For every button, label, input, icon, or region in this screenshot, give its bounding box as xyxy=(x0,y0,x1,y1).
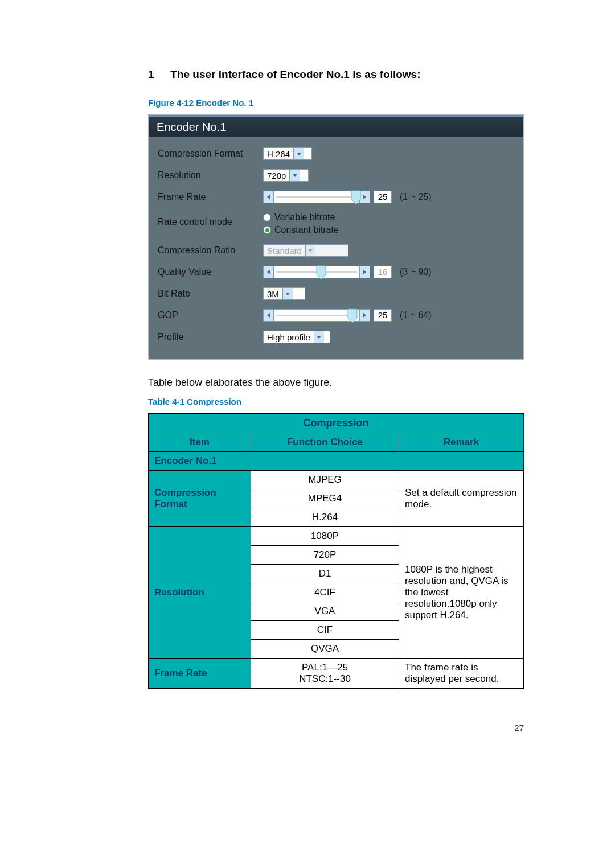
label-compression-format: Compression Format xyxy=(158,149,263,159)
frame-rate-value: 25 xyxy=(374,191,392,203)
select-bit-rate[interactable]: 3M xyxy=(263,287,305,300)
figure-caption: Figure 4-12 Encoder No. 1 xyxy=(148,98,524,108)
row-bit-rate: Bit Rate 3M xyxy=(158,283,514,305)
cf-choice-1: MPEG4 xyxy=(251,489,399,508)
select-compression-ratio-value: Standard xyxy=(264,246,305,256)
label-profile: Profile xyxy=(158,332,263,342)
nudge-right-icon[interactable] xyxy=(359,310,370,321)
res-choice-5: CIF xyxy=(251,621,399,640)
row-quality-value: Quality Value 16 (3 ~ 90) xyxy=(158,261,514,283)
quality-value-value: 16 xyxy=(374,266,392,278)
fr-line1: PAL:1—25 xyxy=(302,662,348,673)
nudge-left-icon[interactable] xyxy=(264,191,274,203)
frame-rate-range: (1 ~ 25) xyxy=(400,192,432,202)
row-frame-rate: Frame Rate 25 (1 ~ 25) xyxy=(158,186,514,208)
cf-choice-0: MJPEG xyxy=(251,471,399,489)
row-rate-mode: Rate control mode Variable bitrate Const… xyxy=(158,208,514,240)
section-encoder1: Encoder No.1 xyxy=(149,452,524,471)
select-profile[interactable]: High profile xyxy=(263,331,330,343)
radio-icon xyxy=(263,213,271,221)
slider-thumb[interactable] xyxy=(316,265,326,280)
select-bit-rate-value: 3M xyxy=(264,289,282,299)
select-profile-value: High profile xyxy=(264,332,314,342)
chevron-down-icon xyxy=(305,245,315,256)
radio-constant-bitrate[interactable]: Constant bitrate xyxy=(263,225,339,235)
select-resolution[interactable]: 720p xyxy=(263,169,309,182)
res-remark: 1080P is the highest resolution and, QVG… xyxy=(399,527,524,659)
slider-quality-value[interactable]: 16 xyxy=(263,266,392,278)
slider-track[interactable] xyxy=(274,310,359,321)
chevron-down-icon xyxy=(314,331,324,343)
radio-variable-label: Variable bitrate xyxy=(274,212,335,223)
section-heading: 1 The user interface of Encoder No.1 is … xyxy=(148,68,524,81)
cf-remark: Set a default compression mode. xyxy=(399,471,524,527)
compression-table: Compression Item Function Choice Remark … xyxy=(148,413,524,689)
quality-value-range: (3 ~ 90) xyxy=(400,267,432,277)
select-resolution-value: 720p xyxy=(264,171,289,180)
row-label-frame-rate: Frame Rate xyxy=(149,659,251,689)
row-compression-ratio: Compression Ratio Standard xyxy=(158,240,514,261)
radio-icon xyxy=(263,226,271,234)
col-item: Item xyxy=(149,433,251,452)
res-choice-1: 720P xyxy=(251,546,399,565)
slider-thumb[interactable] xyxy=(351,190,361,205)
row-gop: GOP 25 (1 ~ 64) xyxy=(158,305,514,326)
slider-thumb[interactable] xyxy=(347,308,358,323)
heading-text: The user interface of Encoder No.1 is as… xyxy=(170,68,417,80)
col-remark: Remark xyxy=(399,433,524,452)
label-quality-value: Quality Value xyxy=(158,267,263,277)
row-resolution: Resolution 720p xyxy=(158,164,514,186)
slider-track[interactable] xyxy=(274,266,359,278)
radio-variable-bitrate[interactable]: Variable bitrate xyxy=(263,212,339,223)
radio-constant-label: Constant bitrate xyxy=(274,225,339,235)
table-title: Compression xyxy=(149,414,524,433)
nudge-left-icon[interactable] xyxy=(264,266,274,278)
res-choice-0: 1080P xyxy=(251,527,399,546)
heading-number: 1 xyxy=(148,68,167,81)
row-compression-format: Compression Format H.264 xyxy=(158,143,514,164)
row-profile: Profile High profile xyxy=(158,326,514,348)
row-label-resolution: Resolution xyxy=(149,527,251,659)
chevron-down-icon xyxy=(293,148,304,159)
fr-choice: PAL:1—25 NTSC:1--30 xyxy=(251,659,399,689)
label-resolution: Resolution xyxy=(158,170,263,180)
col-choice: Function Choice xyxy=(251,433,399,452)
res-choice-3: 4CIF xyxy=(251,583,399,602)
slider-frame-rate[interactable]: 25 xyxy=(263,191,392,203)
page-number: 27 xyxy=(148,723,524,733)
encoder-panel: Encoder No.1 Compression Format H.264 Re… xyxy=(148,114,524,360)
res-choice-4: VGA xyxy=(251,602,399,621)
chevron-down-icon xyxy=(282,288,293,299)
select-compression-format-value: H.264 xyxy=(264,149,293,159)
gop-value: 25 xyxy=(374,309,392,322)
panel-title: Encoder No.1 xyxy=(149,115,523,137)
chevron-down-icon xyxy=(289,170,300,181)
slider-gop[interactable]: 25 xyxy=(263,309,392,322)
res-choice-6: QVGA xyxy=(251,640,399,659)
slider-track[interactable] xyxy=(274,191,359,203)
label-rate-mode: Rate control mode xyxy=(158,212,263,227)
fr-line2: NTSC:1--30 xyxy=(299,673,351,684)
nudge-right-icon[interactable] xyxy=(359,266,370,278)
row-label-compression-format: Compression Format xyxy=(149,471,251,527)
nudge-left-icon[interactable] xyxy=(264,310,274,321)
heading-colon: : xyxy=(417,68,420,80)
res-choice-2: D1 xyxy=(251,565,399,583)
table-caption: Table 4-1 Compression xyxy=(148,397,524,406)
fr-remark: The frame rate is displayed per second. xyxy=(399,659,524,689)
body-text: Table below elaborates the above figure. xyxy=(148,377,524,389)
cf-choice-2: H.264 xyxy=(251,508,399,527)
select-compression-format[interactable]: H.264 xyxy=(263,147,312,160)
label-compression-ratio: Compression Ratio xyxy=(158,245,263,256)
gop-range: (1 ~ 64) xyxy=(400,310,432,320)
label-frame-rate: Frame Rate xyxy=(158,192,263,202)
label-bit-rate: Bit Rate xyxy=(158,289,263,299)
label-gop: GOP xyxy=(158,310,263,320)
select-compression-ratio: Standard xyxy=(263,244,348,257)
